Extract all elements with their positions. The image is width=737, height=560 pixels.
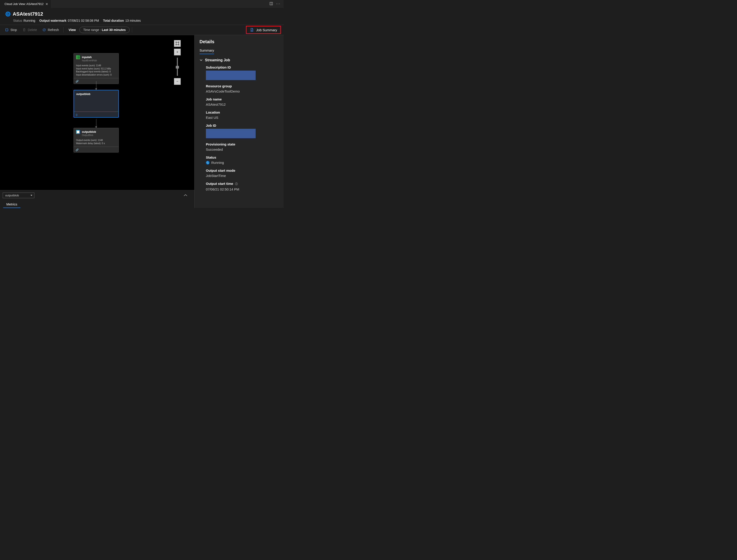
tab-bar: Cloud Job View: ASAtest7912 ✕ ··· [0,0,284,8]
field-resource-group: Resource group ASAVsCodeToolDemo [206,84,279,93]
metrics-select[interactable]: outputblob [3,193,34,198]
output-node-body: Output events (sum): 1148 Watermark dela… [74,138,119,147]
zoom-in-button[interactable]: + [174,49,181,55]
divider [63,27,64,33]
query-node[interactable]: outputblob {} [74,90,119,118]
chevron-down-icon [200,59,203,62]
status-label: Status [13,19,22,22]
split-editor-icon[interactable] [270,2,273,6]
zoom-out-button[interactable]: − [174,78,181,85]
stream-analytics-icon [5,12,10,17]
duration-value: 13 minutes [125,19,141,22]
divider [132,27,132,33]
field-job-id: Job ID [206,124,279,138]
metrics-tab[interactable]: Metrics [3,200,20,208]
input-node[interactable]: inputeh InputEventHub Input events (sum)… [74,53,119,84]
svg-rect-10 [176,42,179,45]
svg-point-6 [8,13,9,14]
running-status-icon [206,161,210,164]
toolbar: Stop Delete Refresh View Time range : La… [0,25,284,35]
stop-button[interactable]: Stop [3,27,19,33]
braces-icon[interactable]: {} [76,113,77,116]
job-id-redacted [206,129,256,138]
close-icon[interactable]: ✕ [45,2,48,6]
details-heading: Details [200,39,279,44]
job-title: ASAtest7912 [13,11,43,17]
field-output-start-mode: Output start mode JobStartTime [206,169,279,178]
zoom-slider-track[interactable] [177,58,178,76]
field-provisioning-state: Provisioning state Succeeded [206,142,279,151]
view-label: View [66,27,79,33]
field-subscription-id: Subscription ID [206,65,279,80]
zoom-slider-thumb[interactable] [176,66,179,69]
delete-button: Delete [20,27,39,33]
output-node[interactable]: outputblob OutputBlob Output events (sum… [74,128,119,153]
duration-label: Total duration [103,19,124,22]
input-node-subtype: InputEventHub [74,59,119,62]
status-value: Running [24,19,35,22]
field-status: Status Running [206,155,279,164]
editor-tab[interactable]: Cloud Job View: ASAtest7912 ✕ [0,0,51,8]
info-icon[interactable]: ⓘ [235,182,238,186]
svg-rect-7 [6,29,8,31]
watermark-label: Output watermark [39,19,67,22]
fit-icon[interactable] [174,40,181,47]
input-node-title: inputeh [82,56,92,59]
field-location: Location East US [206,110,279,119]
blob-icon [76,130,80,134]
details-panel: Details Summary Streaming Job Subscripti… [194,35,284,208]
subscription-id-redacted [206,71,256,80]
watermark-value: 07/06/21 02:58:08 PM [68,19,99,22]
more-icon[interactable]: ··· [276,2,281,6]
input-node-body: Input events (sum): 1149 Input event byt… [74,63,119,78]
event-hub-icon [76,55,80,59]
section-streaming-job[interactable]: Streaming Job [200,58,279,62]
svg-point-11 [207,162,208,163]
job-header: ASAtest7912 StatusRunning Output waterma… [0,8,284,25]
field-output-start-time: Output start time ⓘ 07/06/21 02:50:14 PM [206,182,279,191]
tab-title: Cloud Job View: ASAtest7912 [5,2,44,6]
collapse-icon[interactable] [179,193,192,198]
field-job-name: Job name ASAtest7912 [206,97,279,106]
metrics-panel: outputblob Metrics [0,190,194,208]
link-icon[interactable]: 🔗 [76,148,79,151]
query-node-body [74,98,118,112]
summary-tab[interactable]: Summary [200,48,214,54]
refresh-button[interactable]: Refresh [40,27,61,33]
output-node-subtype: OutputBlob [74,134,119,136]
output-node-title: outputblob [82,130,96,133]
query-node-title: outputblob [74,90,118,98]
time-range-pill[interactable]: Time range : Last 30 minutes [79,27,130,33]
diagram-canvas[interactable]: + − inputeh InputEventHub Input events (… [0,35,194,208]
link-icon[interactable]: 🔗 [76,80,79,83]
job-summary-button[interactable]: Job Summary [246,26,281,34]
